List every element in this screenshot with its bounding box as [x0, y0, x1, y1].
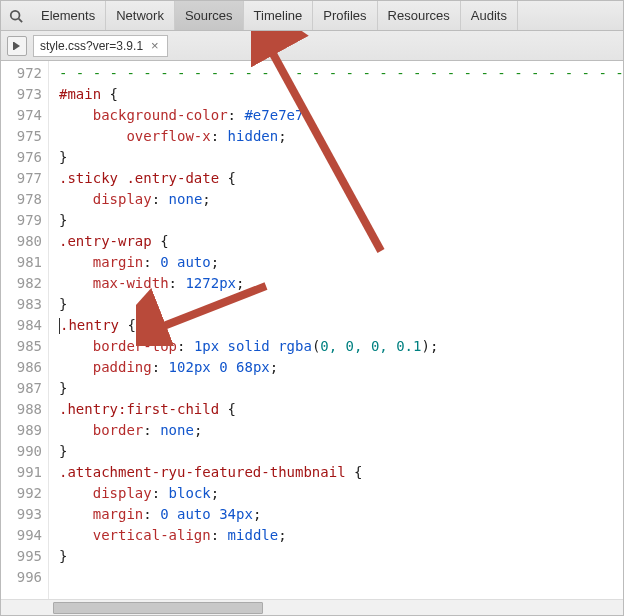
line-number: 981 [1, 252, 42, 273]
svg-point-0 [11, 10, 20, 19]
code-line[interactable]: padding: 102px 0 68px; [59, 357, 623, 378]
line-number: 973 [1, 84, 42, 105]
code-line[interactable]: background-color: #e7e7e7; [59, 105, 623, 126]
tab-elements[interactable]: Elements [31, 1, 106, 30]
code-line[interactable]: margin: 0 auto 34px; [59, 504, 623, 525]
svg-marker-2 [14, 42, 20, 50]
code-line[interactable] [59, 567, 623, 588]
line-number: 992 [1, 483, 42, 504]
horizontal-scrollbar[interactable] [1, 599, 623, 615]
line-number: 985 [1, 336, 42, 357]
code-line[interactable]: } [59, 378, 623, 399]
line-number: 979 [1, 210, 42, 231]
code-line[interactable]: .attachment-ryu-featured-thumbnail { [59, 462, 623, 483]
code-editor[interactable]: 9729739749759769779789799809819829839849… [1, 61, 623, 599]
search-icon[interactable] [5, 5, 27, 27]
line-number: 989 [1, 420, 42, 441]
line-number-gutter: 9729739749759769779789799809819829839849… [1, 61, 49, 599]
line-number: 995 [1, 546, 42, 567]
code-line[interactable]: overflow-x: hidden; [59, 126, 623, 147]
line-number: 990 [1, 441, 42, 462]
line-number: 975 [1, 126, 42, 147]
line-number: 986 [1, 357, 42, 378]
code-line[interactable]: #main { [59, 84, 623, 105]
line-number: 983 [1, 294, 42, 315]
tab-sources[interactable]: Sources [175, 1, 244, 30]
line-number: 994 [1, 525, 42, 546]
line-number: 980 [1, 231, 42, 252]
line-number: 974 [1, 105, 42, 126]
code-line[interactable]: .hentry { [59, 315, 623, 336]
line-number: 991 [1, 462, 42, 483]
code-line[interactable]: display: block; [59, 483, 623, 504]
code-line[interactable]: vertical-align: middle; [59, 525, 623, 546]
tab-resources[interactable]: Resources [378, 1, 461, 30]
sources-file-tabbar: style.css?ver=3.9.1 × [1, 31, 623, 61]
code-line[interactable]: - - - - - - - - - - - - - - - - - - - - … [59, 63, 623, 84]
line-number: 972 [1, 63, 42, 84]
tab-network[interactable]: Network [106, 1, 175, 30]
code-line[interactable]: .entry-wrap { [59, 231, 623, 252]
navigator-toggle-button[interactable] [7, 36, 27, 56]
code-line[interactable]: border: none; [59, 420, 623, 441]
line-number: 987 [1, 378, 42, 399]
scrollbar-thumb[interactable] [53, 602, 263, 614]
code-line[interactable]: } [59, 441, 623, 462]
code-line[interactable]: .sticky .entry-date { [59, 168, 623, 189]
close-icon[interactable]: × [149, 38, 161, 53]
code-line[interactable]: margin: 0 auto; [59, 252, 623, 273]
code-line[interactable]: .hentry:first-child { [59, 399, 623, 420]
code-line[interactable]: } [59, 294, 623, 315]
line-number: 984 [1, 315, 42, 336]
line-number: 978 [1, 189, 42, 210]
line-number: 993 [1, 504, 42, 525]
tab-profiles[interactable]: Profiles [313, 1, 377, 30]
line-number: 988 [1, 399, 42, 420]
code-content[interactable]: - - - - - - - - - - - - - - - - - - - - … [49, 61, 623, 599]
tab-audits[interactable]: Audits [461, 1, 518, 30]
line-number: 977 [1, 168, 42, 189]
line-number: 982 [1, 273, 42, 294]
file-tab-style-css[interactable]: style.css?ver=3.9.1 × [33, 35, 168, 57]
code-line[interactable]: display: none; [59, 189, 623, 210]
svg-rect-3 [13, 42, 14, 50]
code-line[interactable]: max-width: 1272px; [59, 273, 623, 294]
devtools-panel-tabs: Elements Network Sources Timeline Profil… [1, 1, 623, 31]
code-line[interactable]: } [59, 210, 623, 231]
svg-line-1 [19, 18, 23, 22]
line-number: 996 [1, 567, 42, 588]
line-number: 976 [1, 147, 42, 168]
code-line[interactable]: border-top: 1px solid rgba(0, 0, 0, 0.1)… [59, 336, 623, 357]
tab-timeline[interactable]: Timeline [244, 1, 314, 30]
code-line[interactable]: } [59, 147, 623, 168]
code-line[interactable]: } [59, 546, 623, 567]
file-tab-label: style.css?ver=3.9.1 [40, 39, 143, 53]
